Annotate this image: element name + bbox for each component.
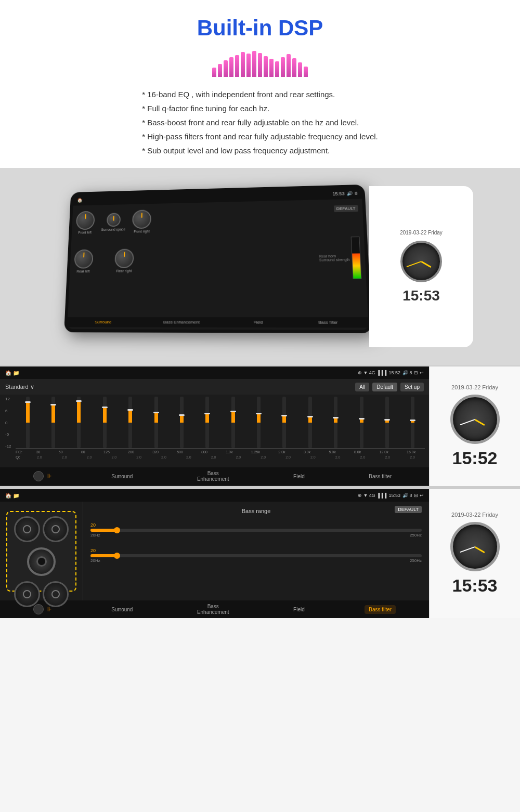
knob-front-left-label: Front left xyxy=(78,231,92,234)
eq-bar-10[interactable] xyxy=(246,397,270,448)
device-wrapper: 🏠 15:53 🔊 8 Front left xyxy=(47,186,473,347)
bass-slider-1-val: 20 xyxy=(90,522,422,528)
feature-5: Sub output level and low pass frequency … xyxy=(142,143,378,158)
eq-decoration xyxy=(31,46,489,77)
knob-rear-right-label: Rear right xyxy=(116,269,132,272)
feature-3: Bass-boost front and rear fully adjustab… xyxy=(142,115,378,129)
eq-default-button[interactable]: Default xyxy=(372,383,397,391)
device-vu-area: Rear hornSurround strength xyxy=(318,237,361,279)
knob-front-right-dial[interactable] xyxy=(132,209,151,229)
eq-bar-1[interactable] xyxy=(16,397,40,448)
knob-surround-dial[interactable] xyxy=(107,213,121,227)
device-vol-icon: 🔊 xyxy=(346,191,353,196)
eq-bar-15[interactable] xyxy=(375,397,399,448)
eq-toolbar-buttons: All Default Set up xyxy=(355,383,424,391)
fc-16k: 16.0k xyxy=(407,450,415,454)
eq-bar-7[interactable] xyxy=(170,397,193,448)
bass-slider-2-max: 250Hz xyxy=(410,558,422,563)
eq-all-button[interactable]: All xyxy=(355,383,369,391)
fc-500: 500 xyxy=(177,450,183,454)
q-1: 2.0 xyxy=(37,455,42,459)
eq-standard-dropdown[interactable]: Standard ∨ xyxy=(5,384,34,390)
eq-bar-6[interactable] xyxy=(144,397,168,448)
bass-nav-bass-enhancement[interactable]: BassEnhancement xyxy=(193,602,233,617)
eq-home-icon: 🏠 📁 xyxy=(5,370,19,376)
features-list: 16-band EQ , with independent front and … xyxy=(142,87,378,158)
eq-bar-12[interactable] xyxy=(298,397,322,448)
knob-rear-left: Rear left xyxy=(74,249,94,273)
eq-bar-3[interactable] xyxy=(67,397,91,448)
eq-deco-bar xyxy=(281,57,285,77)
eq-bar-8[interactable] xyxy=(196,397,219,448)
eq-fc-row: FC: 30 50 80 125 200 320 500 800 1.0k 1.… xyxy=(0,449,429,454)
knob-surround-label: Surround space xyxy=(101,228,125,232)
eq-bars-row[interactable] xyxy=(16,397,425,449)
bass-slider-2-thumb[interactable] xyxy=(114,553,120,559)
knob-rear-left-dial[interactable] xyxy=(74,249,93,268)
eq-nav-circle-btn[interactable] xyxy=(33,471,44,481)
bass-slider-1-labels: 20Hz 250Hz xyxy=(90,533,422,538)
device-tab-bass-enhancement[interactable]: Bass Enhancement xyxy=(161,319,202,325)
device-status-num: 8 xyxy=(355,191,358,196)
device-tab-bass-filter[interactable]: Bass filter xyxy=(316,319,340,326)
eq-minute-hand xyxy=(460,419,475,425)
bass-home-icon: 🏠 📁 xyxy=(5,493,19,499)
eq-bar-9[interactable] xyxy=(221,397,245,448)
q-8: 2.0 xyxy=(211,455,216,459)
device-rear-horn-label: Rear hornSurround strength xyxy=(319,254,349,262)
bass-nav-surround[interactable]: Surround xyxy=(107,605,137,614)
eq-nav-surround[interactable]: Surround xyxy=(107,472,137,481)
bass-nav-bass-filter[interactable]: Bass filter xyxy=(365,605,396,614)
fc-125: 125 xyxy=(103,450,110,454)
eq-nav-bars-icon[interactable]: ⊪ xyxy=(46,473,51,480)
q-11: 2.0 xyxy=(285,455,291,459)
eq-side-date: 2019-03-22 Friday xyxy=(451,384,498,390)
eq-bar-2[interactable] xyxy=(41,397,65,448)
eq-bar-11[interactable] xyxy=(272,397,296,448)
knobs-top-row: Front left Surround space Front right DE… xyxy=(75,203,359,236)
eq-bar-14[interactable] xyxy=(349,397,373,448)
q-13: 2.0 xyxy=(335,455,341,459)
eq-bar-16[interactable] xyxy=(401,397,425,448)
q-12: 2.0 xyxy=(310,455,316,459)
q-16: 2.0 xyxy=(410,455,415,459)
bass-slider-2-fill xyxy=(90,554,117,557)
q-2: 2.0 xyxy=(62,455,67,459)
knob-front-left-dial[interactable] xyxy=(76,211,95,230)
device-tab-field[interactable]: Field xyxy=(251,319,265,326)
eq-nav-bass-enhancement[interactable]: BassEnhancement xyxy=(193,469,233,483)
eq-bar-13[interactable] xyxy=(324,397,348,448)
dsp-main: Front left Surround space Front right DE… xyxy=(67,199,369,330)
device-date: 2019-03-22 Friday xyxy=(400,230,443,235)
eq-wifi-icon: ⊕ ▼ 4G ▐▐▐ xyxy=(358,370,387,375)
knob-front-left: Front left xyxy=(75,211,95,234)
eq-nav-bass-filter[interactable]: Bass filter xyxy=(365,472,396,481)
device-tab-surround[interactable]: Surround xyxy=(93,319,113,325)
top-speakers xyxy=(14,516,69,542)
eq-scale-0: 0 xyxy=(5,421,11,425)
eq-deco-bar xyxy=(246,54,251,77)
eq-setup-button[interactable]: Set up xyxy=(400,383,424,391)
bass-nav-field[interactable]: Field xyxy=(289,605,309,614)
eq-bar-4[interactable] xyxy=(93,397,116,448)
eq-deco-bar xyxy=(292,58,296,77)
bass-time: 15:53 xyxy=(388,493,400,498)
bass-slider-2-min: 20Hz xyxy=(90,558,100,563)
bass-content: Bass range DEFAULT 20 20Hz 250Hz xyxy=(0,502,429,600)
bass-slider-2: 20 20Hz 250Hz xyxy=(90,548,422,563)
bass-slider-1-thumb[interactable] xyxy=(114,527,120,533)
eq-scale-n12: -12 xyxy=(5,444,11,449)
knob-rear-right-dial[interactable] xyxy=(114,248,134,268)
bass-default-badge[interactable]: DEFAULT xyxy=(395,506,422,513)
eq-scale-6: 6 xyxy=(5,409,11,413)
bass-slider-2-val: 20 xyxy=(90,548,422,553)
fc-12k: 12.0k xyxy=(380,450,388,454)
eq-nav-field[interactable]: Field xyxy=(289,472,309,481)
speaker-fr-center xyxy=(51,525,60,533)
bass-slider-2-track[interactable] xyxy=(90,554,422,557)
eq-bar-5[interactable] xyxy=(119,397,142,448)
device-minute-hand xyxy=(406,261,421,267)
eq-deco-bar xyxy=(235,55,239,77)
speaker-fr xyxy=(43,516,69,542)
bass-slider-1-track[interactable] xyxy=(90,529,422,532)
